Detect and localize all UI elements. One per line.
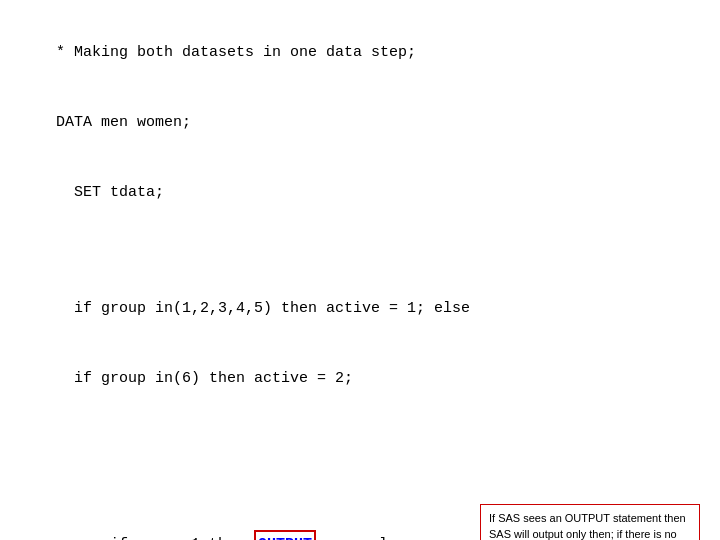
line8-pre: if sex = 1 then [92,536,254,541]
line3: SET tdata; [56,184,164,201]
output-code-lines: if sex = 1 then OUTPUT men; else if sex … [20,506,468,540]
tooltip-text: If SAS sees an OUTPUT statement then SAS… [489,512,686,540]
main-content: * Making both datasets in one data step;… [20,18,700,540]
output-line1-row: if sex = 1 then OUTPUT men; else [20,506,468,540]
line8-post: men; else [316,536,406,541]
line6: if group in(6) then active = 2; [56,370,353,387]
output-rows-with-tooltip: if sex = 1 then OUTPUT men; else if sex … [20,506,700,540]
line1: * Making both datasets in one data step; [56,44,416,61]
line5: if group in(1,2,3,4,5) then active = 1; … [56,300,470,317]
line2: DATA men women; [56,114,191,131]
code-block-header: * Making both datasets in one data step;… [20,18,700,506]
output-box-1: OUTPUT [254,530,316,541]
tooltip-box: If SAS sees an OUTPUT statement then SAS… [480,504,700,540]
